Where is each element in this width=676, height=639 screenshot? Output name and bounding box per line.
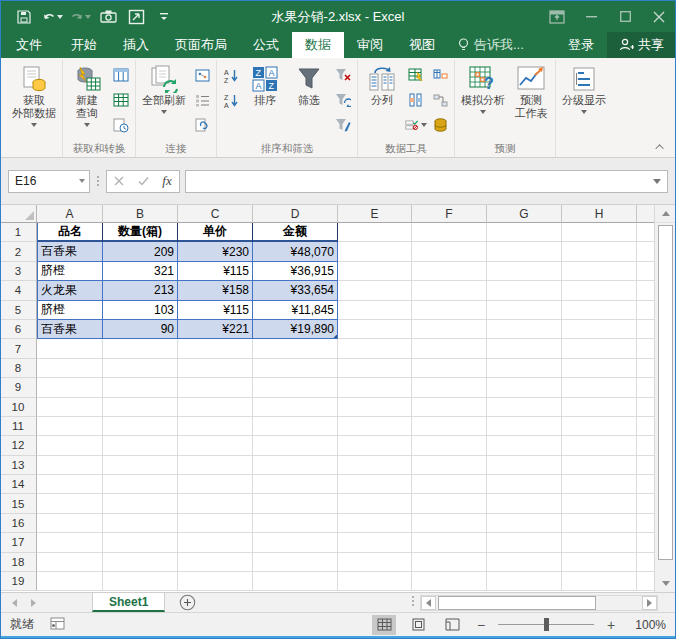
save-button[interactable] — [12, 6, 36, 28]
cell-F11[interactable] — [412, 417, 487, 436]
cell-A18[interactable] — [37, 553, 103, 572]
forecast-sheet-button[interactable]: 预测 工作表 — [510, 61, 552, 141]
cell-D10[interactable] — [253, 398, 338, 417]
cell-A11[interactable] — [37, 417, 103, 436]
cell-B3[interactable]: 321 — [103, 262, 178, 281]
column-header-C[interactable]: C — [178, 205, 253, 223]
cell-A6[interactable]: 百香果 — [37, 320, 103, 339]
prev-sheet-button[interactable] — [12, 599, 17, 607]
column-header-G[interactable]: G — [487, 205, 562, 223]
cell-C4[interactable]: ¥158 — [178, 281, 253, 300]
cell-E10[interactable] — [338, 398, 412, 417]
tab-view[interactable]: 视图 — [396, 32, 448, 58]
zoom-level[interactable]: 100% — [628, 618, 666, 632]
formula-input[interactable] — [185, 170, 668, 193]
cell-C14[interactable] — [178, 475, 253, 494]
cell-A10[interactable] — [37, 398, 103, 417]
cell-B6[interactable]: 90 — [103, 320, 178, 339]
scroll-up-button[interactable] — [655, 205, 676, 223]
advanced-filter-button[interactable] — [332, 115, 354, 135]
cell-D5[interactable]: ¥11,845 — [253, 301, 338, 320]
row-header-8[interactable]: 8 — [0, 359, 37, 378]
next-sheet-button[interactable] — [31, 599, 36, 607]
cell-F9[interactable] — [412, 378, 487, 397]
clear-filter-button[interactable] — [332, 65, 354, 85]
cell-C12[interactable] — [178, 436, 253, 455]
cell-D14[interactable] — [253, 475, 338, 494]
cell-H16[interactable] — [562, 514, 637, 533]
cell-F19[interactable] — [412, 572, 487, 591]
cell-C18[interactable] — [178, 553, 253, 572]
cell-H11[interactable] — [562, 417, 637, 436]
cell-E7[interactable] — [338, 339, 412, 358]
cell-D1[interactable]: 金额 — [253, 223, 338, 242]
flash-fill-button[interactable] — [405, 65, 427, 85]
cell-G2[interactable] — [487, 242, 562, 261]
cell-D11[interactable] — [253, 417, 338, 436]
cell-C11[interactable] — [178, 417, 253, 436]
zoom-slider-thumb[interactable] — [544, 618, 549, 631]
cell-H15[interactable] — [562, 494, 637, 513]
cell-B17[interactable] — [103, 533, 178, 552]
cell-H18[interactable] — [562, 553, 637, 572]
cell-A7[interactable] — [37, 339, 103, 358]
cell-E14[interactable] — [338, 475, 412, 494]
cell-A4[interactable]: 火龙果 — [37, 281, 103, 300]
cell-C2[interactable]: ¥230 — [178, 242, 253, 261]
cell-H3[interactable] — [562, 262, 637, 281]
enter-entry-button[interactable] — [131, 171, 155, 192]
cell-H8[interactable] — [562, 359, 637, 378]
cell-C5[interactable]: ¥115 — [178, 301, 253, 320]
cell-H12[interactable] — [562, 436, 637, 455]
tab-insert[interactable]: 插入 — [110, 32, 162, 58]
tab-bar-splitter[interactable] — [412, 596, 414, 606]
cell-E9[interactable] — [338, 378, 412, 397]
text-to-columns-button[interactable]: 分列 — [361, 61, 403, 141]
sort-descending-button[interactable]: ZA — [220, 90, 242, 110]
cell-B11[interactable] — [103, 417, 178, 436]
tab-file[interactable]: 文件 — [0, 32, 58, 58]
cell-A9[interactable] — [37, 378, 103, 397]
undo-button[interactable] — [40, 6, 64, 28]
cell-F6[interactable] — [412, 320, 487, 339]
remove-duplicates-button[interactable] — [405, 90, 427, 110]
redo-button[interactable] — [68, 6, 92, 28]
cell-D17[interactable] — [253, 533, 338, 552]
cell-A12[interactable] — [37, 436, 103, 455]
cell-C8[interactable] — [178, 359, 253, 378]
cell-C1[interactable]: 单价 — [178, 223, 253, 242]
cell-F4[interactable] — [412, 281, 487, 300]
cell-C10[interactable] — [178, 398, 253, 417]
cell-G8[interactable] — [487, 359, 562, 378]
cell-B12[interactable] — [103, 436, 178, 455]
cell-H10[interactable] — [562, 398, 637, 417]
from-table-button[interactable] — [110, 90, 132, 110]
cell-E12[interactable] — [338, 436, 412, 455]
cell-G13[interactable] — [487, 456, 562, 475]
cell-E18[interactable] — [338, 553, 412, 572]
cell-D18[interactable] — [253, 553, 338, 572]
cell-G18[interactable] — [487, 553, 562, 572]
switch-windows-button[interactable] — [124, 6, 148, 28]
macro-record-icon[interactable] — [50, 617, 65, 633]
cell-H17[interactable] — [562, 533, 637, 552]
show-queries-button[interactable] — [110, 65, 132, 85]
ribbon-display-options-button[interactable] — [540, 4, 574, 30]
scroll-right-button[interactable] — [642, 596, 657, 610]
cell-G17[interactable] — [487, 533, 562, 552]
cell-A8[interactable] — [37, 359, 103, 378]
cell-H13[interactable] — [562, 456, 637, 475]
formula-bar-splitter[interactable] — [95, 176, 101, 186]
scroll-down-button[interactable] — [655, 574, 676, 592]
consolidate-button[interactable] — [429, 65, 451, 85]
column-header-A[interactable]: A — [37, 205, 103, 223]
cell-D2[interactable]: ¥48,070 — [253, 242, 338, 261]
insert-function-button[interactable]: fx — [155, 171, 179, 192]
sort-ascending-button[interactable]: AZ — [220, 65, 242, 85]
cell-C3[interactable]: ¥115 — [178, 262, 253, 281]
cell-C7[interactable] — [178, 339, 253, 358]
cell-G5[interactable] — [487, 301, 562, 320]
cell-E2[interactable] — [338, 242, 412, 261]
cell-G12[interactable] — [487, 436, 562, 455]
cell-A15[interactable] — [37, 494, 103, 513]
